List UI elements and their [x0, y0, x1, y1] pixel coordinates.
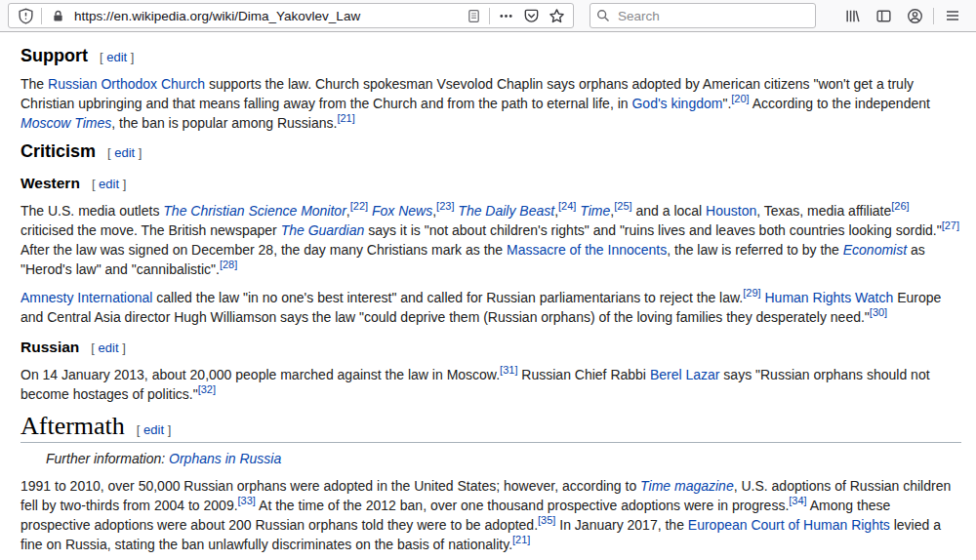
reference-superscript: [35]: [538, 514, 555, 526]
reference-link[interactable]: [30]: [870, 306, 887, 318]
text-run: At the time of the 2012 ban, over one th…: [256, 498, 789, 513]
reference-superscript: [20]: [731, 93, 749, 104]
headline-text: Aftermath: [20, 412, 125, 440]
text-run: In January 2017, the: [555, 517, 687, 533]
pocket-icon[interactable]: [518, 4, 544, 27]
hatnote: Further information: Orphans in Russia: [20, 449, 961, 468]
wiki-link[interactable]: Fox News: [372, 203, 432, 219]
reference-link[interactable]: [21]: [337, 112, 354, 124]
text-run: Russian Chief Rabbi: [517, 367, 649, 382]
article-body: Support[ edit ]The Russian Orthodox Chur…: [0, 32, 976, 554]
reference-superscript: [33]: [238, 495, 256, 506]
wiki-link[interactable]: Time magazine: [640, 478, 734, 494]
toolbar-right-icons: [836, 4, 968, 27]
reference-link[interactable]: [35]: [538, 514, 555, 526]
tracking-protection-shield-icon[interactable]: [13, 4, 38, 27]
account-icon[interactable]: [899, 4, 930, 27]
edit-bracket: ]: [164, 422, 171, 437]
reference-link[interactable]: [28]: [220, 259, 237, 270]
wiki-link[interactable]: Time: [580, 203, 610, 219]
urlbar-separator: [489, 8, 490, 24]
text-run: 1991 to 2010, over 50,000 Russian orphan…: [20, 478, 640, 494]
wiki-link[interactable]: The Daily Beast: [458, 203, 554, 219]
text-run: Further information:: [46, 451, 169, 466]
text-run: , the ban is popular among Russians.: [111, 115, 337, 131]
url-bar[interactable]: https://en.wikipedia.org/wiki/Dima_Yakov…: [8, 3, 574, 28]
section-heading-criticism: Criticism[ edit ]: [20, 141, 961, 163]
section-heading-russian: Russian[ edit ]: [20, 338, 961, 358]
headline-text: Western: [20, 175, 80, 191]
text-run: After the law was signed on December 28,…: [20, 242, 507, 258]
wiki-link[interactable]: The Guardian: [281, 222, 365, 238]
reference-link[interactable]: [23]: [436, 200, 454, 212]
menu-icon[interactable]: [937, 4, 968, 27]
reference-superscript: [31]: [500, 364, 517, 376]
bookmark-star-icon[interactable]: [544, 4, 569, 27]
text-run: ".: [722, 96, 731, 111]
wiki-link[interactable]: Amnesty International: [20, 290, 152, 305]
reference-link[interactable]: [32]: [198, 383, 216, 395]
wiki-link[interactable]: Human Rights Watch: [765, 290, 894, 305]
reference-superscript: [27]: [942, 220, 959, 231]
wiki-link[interactable]: Economist: [843, 242, 907, 258]
search-input[interactable]: [616, 8, 809, 24]
toolbar-separator: [933, 8, 934, 24]
urlbar-separator: [41, 8, 42, 24]
reference-link[interactable]: [26]: [891, 200, 909, 212]
library-icon[interactable]: [836, 4, 868, 27]
wiki-link[interactable]: Massacre of the Innocents: [507, 242, 667, 258]
paragraph: On 14 January 2013, about 20,000 people …: [20, 365, 961, 404]
reference-link[interactable]: [25]: [614, 200, 631, 212]
headline-text: Support: [20, 46, 88, 65]
section-heading-support: Support[ edit ]: [20, 46, 961, 67]
wiki-link[interactable]: Orphans in Russia: [169, 451, 281, 466]
reference-link[interactable]: [31]: [500, 364, 517, 376]
edit-link[interactable]: edit: [143, 422, 164, 437]
wiki-link[interactable]: Russian Orthodox Church: [48, 76, 205, 92]
edit-section: [ edit ]: [100, 50, 134, 64]
text-run: says it is "not about children's rights"…: [364, 222, 941, 238]
sidebars-icon[interactable]: [868, 4, 899, 27]
edit-bracket: ]: [127, 50, 134, 64]
edit-link[interactable]: edit: [99, 340, 119, 355]
text-run: , Texas, media affiliate: [756, 203, 891, 219]
reference-link[interactable]: [21]: [512, 534, 530, 545]
paragraph: 1991 to 2010, over 50,000 Russian orphan…: [20, 476, 961, 554]
edit-section: [ edit ]: [92, 177, 126, 191]
wiki-link[interactable]: The Christian Science Monitor: [163, 203, 346, 219]
text-run: According to the independent: [750, 96, 930, 111]
text-run: and a local: [632, 203, 707, 219]
reference-link[interactable]: [20]: [731, 93, 749, 104]
wiki-link[interactable]: Houston: [706, 203, 756, 219]
wiki-link[interactable]: European Court of Human Rights: [688, 517, 890, 533]
browser-toolbar: https://en.wikipedia.org/wiki/Dima_Yakov…: [0, 0, 976, 32]
reference-link[interactable]: [29]: [743, 287, 760, 299]
reference-superscript: [24]: [558, 200, 576, 212]
text-run: called the law "in no one's best interes…: [152, 290, 743, 305]
edit-section: [ edit ]: [137, 422, 171, 437]
reference-superscript: [25]: [614, 200, 631, 212]
wiki-link[interactable]: God's kingdom: [631, 96, 722, 111]
wiki-link[interactable]: Moscow Times: [20, 115, 111, 131]
url-text[interactable]: https://en.wikipedia.org/wiki/Dima_Yakov…: [74, 9, 461, 23]
reference-link[interactable]: [34]: [789, 495, 806, 506]
search-bar[interactable]: [590, 3, 816, 28]
reference-superscript: [26]: [891, 200, 909, 212]
reference-link[interactable]: [24]: [558, 200, 576, 212]
reference-link[interactable]: [22]: [350, 200, 368, 212]
reference-link[interactable]: [33]: [238, 495, 256, 506]
reader-mode-icon[interactable]: [461, 4, 486, 27]
edit-link[interactable]: edit: [99, 177, 119, 191]
lock-icon[interactable]: [45, 4, 70, 27]
reference-superscript: [30]: [870, 306, 887, 318]
reference-superscript: [21]: [512, 534, 530, 545]
reference-superscript: [22]: [350, 200, 368, 212]
wiki-link[interactable]: Berel Lazar: [650, 367, 720, 382]
edit-link[interactable]: edit: [114, 145, 135, 160]
search-icon: [596, 9, 610, 22]
paragraph: The U.S. media outlets The Christian Sci…: [20, 201, 961, 279]
page-actions-icon[interactable]: [493, 4, 518, 27]
edit-link[interactable]: edit: [106, 50, 127, 64]
reference-link[interactable]: [27]: [942, 220, 959, 231]
edit-bracket: ]: [135, 145, 142, 160]
